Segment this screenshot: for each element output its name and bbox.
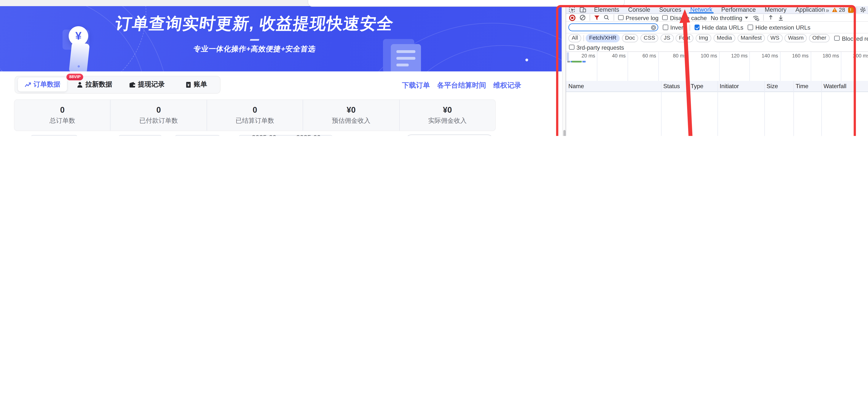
checkbox[interactable] [569, 44, 574, 50]
devtools-tab-elements[interactable]: Elements [590, 6, 624, 13]
col-initiator[interactable]: Initiator [720, 81, 739, 92]
preserve-log-label: Preserve log [626, 14, 659, 21]
more-tabs-button[interactable]: » [826, 6, 829, 13]
checkbox-checked[interactable] [694, 25, 700, 30]
timeline-tick: 80 ms [662, 53, 686, 59]
devtools-tab-performance[interactable]: Performance [717, 6, 760, 13]
col-waterfall[interactable]: Waterfall [824, 81, 846, 92]
stat-label: 已结算订单数 [236, 116, 274, 125]
pill-all[interactable]: All [568, 34, 581, 42]
pill-manifest[interactable]: Manifest [737, 34, 765, 42]
divider [590, 14, 590, 21]
vip-badge: 88VIP [66, 73, 83, 80]
link-download-orders[interactable]: 下载订单 [402, 81, 430, 90]
column-divider [661, 81, 661, 136]
pill-js[interactable]: JS [660, 34, 674, 42]
waterfall-overview-bar [582, 61, 586, 63]
link-settlement-times[interactable]: 各平台结算时间 [437, 81, 486, 90]
col-name[interactable]: Name [568, 81, 584, 92]
preserve-log-toggle[interactable]: Preserve log [618, 14, 658, 21]
timeline-tick: 180 ms [814, 53, 839, 59]
device-toolbar-icon[interactable] [580, 6, 586, 13]
pill-wasm[interactable]: Wasm [785, 34, 807, 42]
import-har-icon[interactable] [768, 14, 774, 21]
clear-filter-icon[interactable]: ✕ [651, 25, 656, 30]
pill-css[interactable]: CSS [640, 34, 658, 42]
stat-value: ¥0 [347, 105, 355, 114]
stat-value: ¥0 [443, 105, 452, 114]
devtools-tab-console[interactable]: Console [624, 6, 655, 13]
timeline-tick: 20 ms [570, 53, 595, 59]
col-type[interactable]: Type [691, 81, 703, 92]
third-party-label: 3rd-party requests [577, 44, 624, 50]
document-illustration [391, 44, 421, 71]
network-filter-input[interactable] [572, 24, 651, 31]
pill-doc[interactable]: Doc [622, 34, 638, 42]
data-tabs-bar: 订单数据 拉新数据 提现记录 ¥ 账单 [14, 76, 220, 94]
devtools-tab-extras: » 28 ! [825, 6, 867, 14]
stat-total-orders: 0 总订单数 [14, 100, 111, 131]
blocked-cookies-toggle[interactable]: Blocked response cookies [834, 35, 868, 42]
issues-badge[interactable]: ! [848, 7, 854, 13]
pill-font[interactable]: Font [676, 34, 693, 42]
pill-img[interactable]: Img [695, 34, 712, 42]
devtools-tab-sources[interactable]: Sources [655, 6, 686, 13]
scrollbar-thumb[interactable] [563, 130, 566, 136]
person-icon [76, 81, 83, 88]
devtools-tab-network[interactable]: Network [686, 6, 717, 13]
network-conditions-icon[interactable] [752, 14, 759, 21]
network-filter-field: ✕ [568, 24, 658, 31]
time-type-select[interactable]: 付款时间 [175, 135, 220, 136]
col-time[interactable]: Time [796, 81, 808, 92]
order-status-select[interactable]: 全部 [118, 135, 162, 136]
hide-extension-urls-toggle[interactable]: Hide extension URLs [748, 24, 810, 31]
clear-button[interactable] [580, 14, 586, 21]
warning-counter[interactable]: 28 [832, 7, 845, 13]
stat-paid-orders: 0 已付款订单数 [111, 100, 207, 131]
gear-icon[interactable] [860, 7, 866, 13]
filter-icon[interactable] [594, 15, 600, 21]
checkbox[interactable] [662, 15, 668, 20]
timeline-tick: 40 ms [601, 53, 626, 59]
col-status[interactable]: Status [663, 81, 680, 92]
tab-withdraw-records[interactable]: 提现记录 [129, 76, 165, 93]
stat-value: 0 [156, 105, 161, 114]
wallet-icon [129, 81, 136, 88]
devtools-tab-application[interactable]: Application [791, 6, 829, 13]
disable-cache-toggle[interactable]: Disable cache [662, 14, 707, 21]
checkbox[interactable] [618, 15, 623, 20]
stat-estimated-commission: ¥0 预估佣金收入 [303, 100, 400, 131]
search-icon[interactable] [603, 14, 610, 21]
throttling-select[interactable]: No throttling [711, 14, 748, 21]
checkbox[interactable] [663, 25, 668, 30]
pill-ws[interactable]: WS [767, 34, 782, 42]
tab-bills[interactable]: ¥ 账单 [185, 76, 207, 93]
pill-media[interactable]: Media [713, 34, 735, 42]
timeline-tick: 160 ms [784, 53, 809, 59]
checkbox[interactable] [748, 25, 753, 30]
network-toolbar: Preserve log Disable cache No throttling [566, 14, 868, 22]
col-size[interactable]: Size [767, 81, 778, 92]
network-table-header: Name Status Type Initiator Size Time Wat… [566, 81, 868, 92]
stat-value: 0 [252, 105, 257, 114]
divider [856, 7, 857, 13]
divider [763, 14, 764, 21]
hide-data-urls-toggle[interactable]: Hide data URLs [694, 24, 743, 31]
banner-subtitle: 专业一体化操作+高效便捷+安全首选 [86, 44, 423, 54]
platform-select[interactable]: 抖音电商 [31, 135, 78, 136]
checkbox[interactable] [834, 36, 840, 41]
invert-label: Invert [670, 24, 685, 31]
invert-toggle[interactable]: Invert [663, 24, 685, 31]
record-button[interactable] [569, 14, 576, 21]
hero-banner: 订单查询实时更新, 收益提现快速安全 专业一体化操作+高效便捷+安全首选 ¥ [0, 6, 562, 71]
link-rights-records[interactable]: 维权记录 [493, 81, 521, 90]
inspect-icon[interactable] [569, 6, 575, 13]
date-range-picker[interactable]: 2025-09-03 至 2025-09-03 [239, 135, 333, 136]
timeline-selection-handle[interactable] [567, 53, 569, 61]
pill-fetch-xhr[interactable]: Fetch/XHR [586, 34, 620, 42]
pill-other[interactable]: Other [809, 34, 830, 42]
export-har-icon[interactable] [778, 14, 784, 21]
tab-order-data[interactable]: 订单数据 [18, 77, 67, 92]
devtools-tab-memory[interactable]: Memory [760, 6, 791, 13]
caret-down-icon [745, 16, 748, 19]
